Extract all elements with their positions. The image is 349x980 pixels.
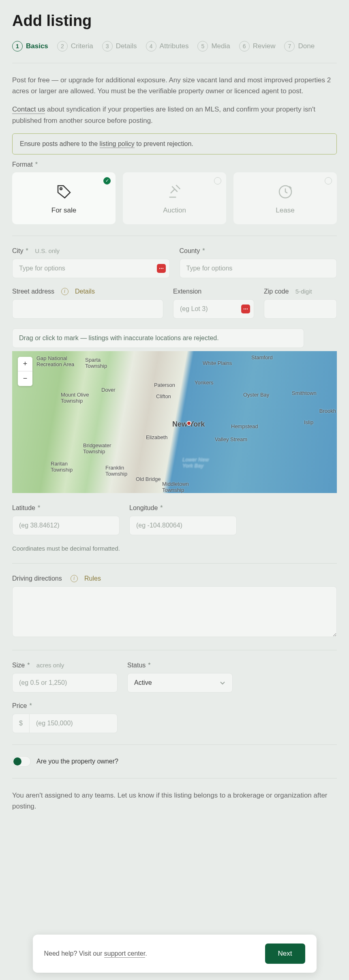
map-label: Dover: [101, 387, 116, 393]
chevron-down-icon: [219, 680, 226, 686]
divider: [12, 744, 337, 745]
latitude-label: Latitude *: [12, 504, 120, 512]
driving-label: Driving directions i Rules: [12, 575, 337, 582]
map-label: White Plains: [203, 360, 232, 366]
owner-question: Are you the property owner?: [36, 758, 118, 765]
step-criteria[interactable]: 2Criteria: [57, 41, 93, 51]
svg-point-0: [60, 188, 62, 190]
svg-point-6: [245, 309, 246, 309]
gavel-icon: [167, 184, 183, 200]
street-label: Street address i Details: [12, 288, 163, 295]
divider: [12, 650, 337, 650]
county-label: County*: [180, 247, 337, 255]
contact-link[interactable]: Contact us: [12, 105, 45, 114]
info-icon[interactable]: i: [61, 288, 69, 295]
step-done[interactable]: 7Done: [284, 41, 315, 51]
page-title: Add listing: [12, 12, 337, 30]
map-label: Stamford: [251, 354, 273, 360]
info-icon[interactable]: i: [71, 575, 78, 582]
map-pin[interactable]: [186, 421, 191, 426]
map-zoom: + −: [18, 357, 32, 386]
city-input[interactable]: [12, 259, 170, 278]
step-review[interactable]: 6Review: [239, 41, 276, 51]
map-label: Clifton: [156, 393, 171, 399]
autofill-icon[interactable]: [241, 305, 250, 313]
map[interactable]: + − Gap National Recreation Area Sparta …: [12, 351, 337, 493]
owner-toggle[interactable]: [12, 756, 31, 767]
autofill-icon[interactable]: [157, 264, 166, 273]
step-media[interactable]: 5Media: [197, 41, 230, 51]
svg-point-7: [247, 309, 248, 309]
map-label: Old Bridge: [136, 476, 161, 482]
longitude-input[interactable]: [129, 516, 237, 535]
listing-policy-link[interactable]: listing policy: [100, 140, 135, 148]
format-auction[interactable]: Auction: [123, 172, 226, 224]
size-label: Size * acres only: [12, 662, 118, 669]
map-label: Paterson: [154, 382, 175, 388]
svg-point-3: [161, 268, 161, 269]
divider: [12, 563, 337, 564]
step-basics[interactable]: 1Basics: [12, 41, 48, 51]
format-for-sale[interactable]: ✓ For sale: [12, 172, 116, 224]
street-details-link[interactable]: Details: [75, 288, 95, 295]
radio-icon: [325, 177, 332, 184]
toggle-knob: [13, 757, 21, 766]
intro-text-2: Contact us about syndication if your pro…: [12, 104, 337, 126]
map-label: Elizabeth: [146, 434, 167, 440]
map-label: Islip: [304, 419, 313, 425]
price-input[interactable]: [29, 714, 118, 733]
coord-footnote: Coordinates must be decimal formatted.: [12, 545, 337, 552]
map-label: Mount Olive Township: [61, 392, 89, 404]
county-input[interactable]: [180, 259, 337, 278]
map-label: Yonkers: [195, 380, 214, 386]
map-zoom-in[interactable]: +: [18, 357, 32, 371]
map-label: Lower New York Bay: [182, 457, 209, 469]
teams-note: You aren't assigned to any teams. Let us…: [12, 790, 337, 812]
zip-input[interactable]: [264, 299, 337, 319]
map-label: Oyster Bay: [243, 392, 269, 398]
map-label: Gap National Recreation Area: [36, 355, 74, 367]
longitude-label: Longitude *: [129, 504, 237, 512]
clock-icon: [277, 184, 293, 200]
divider: [12, 236, 337, 236]
map-label: Brookh: [319, 408, 336, 414]
price-label: Price *: [12, 702, 337, 710]
status-label: Status *: [127, 662, 233, 669]
extension-label: Extension: [173, 288, 254, 295]
zip-label: Zip code 5-digit: [264, 288, 337, 295]
step-nav: 1Basics 2Criteria 3Details 4Attributes 5…: [12, 41, 337, 51]
map-hint: Drag or click to mark — listings with in…: [12, 328, 304, 348]
map-zoom-out[interactable]: −: [18, 371, 32, 386]
format-label: Format*: [12, 161, 337, 168]
latitude-input[interactable]: [12, 516, 120, 535]
city-label: City* U.S. only: [12, 247, 170, 255]
map-label: Middletown Township: [162, 481, 189, 493]
street-input[interactable]: [12, 299, 163, 319]
driving-rules-link[interactable]: Rules: [84, 575, 101, 582]
map-label: Hempstead: [231, 423, 258, 429]
map-label: Bridgewater Township: [83, 442, 111, 455]
map-label: Smithtown: [292, 390, 317, 396]
policy-notice: Ensure posts adhere to the listing polic…: [12, 133, 337, 154]
map-label: Valley Stream: [215, 436, 247, 442]
radio-icon: [214, 177, 221, 184]
svg-point-5: [244, 309, 244, 309]
format-lease[interactable]: Lease: [233, 172, 337, 224]
status-select[interactable]: Active: [127, 673, 233, 693]
intro-text-1: Post for free — or upgrade for additiona…: [12, 75, 337, 96]
map-label: Sparta Township: [85, 357, 107, 369]
divider: [12, 63, 337, 63]
divider: [12, 778, 337, 778]
svg-point-4: [162, 268, 163, 269]
check-icon: ✓: [103, 177, 111, 184]
price-prefix: $: [12, 714, 29, 733]
step-details[interactable]: 3Details: [102, 41, 137, 51]
tag-icon: [56, 184, 72, 200]
driving-textarea[interactable]: [12, 586, 337, 637]
map-label: Raritan Township: [51, 461, 73, 473]
svg-point-2: [159, 268, 160, 269]
size-input[interactable]: [12, 673, 118, 693]
map-label: Franklin Township: [105, 465, 127, 477]
step-attributes[interactable]: 4Attributes: [146, 41, 189, 51]
